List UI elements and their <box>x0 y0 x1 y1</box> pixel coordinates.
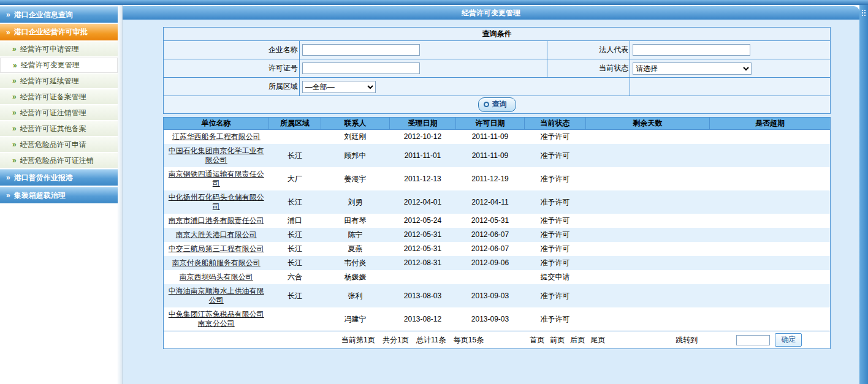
sidebar-item[interactable]: »经营许可证其他备案 <box>0 121 118 137</box>
sidebar-item-label: 经营许可申请管理 <box>20 44 79 55</box>
confirm-button[interactable]: 确定 <box>775 333 802 347</box>
contact-cell: 冯建宁 <box>321 307 390 331</box>
company-name-link[interactable]: 中交三航局第三工程有限公司 <box>169 244 264 253</box>
column-header-accept-date: 受理日期 <box>390 118 456 130</box>
legal-person-input[interactable] <box>633 44 750 56</box>
status-cell: 准予许可 <box>525 284 586 307</box>
double-arrow-icon: » <box>6 173 10 182</box>
region-cell: 长江 <box>269 144 321 167</box>
unit-name-cell: 中化扬州石化码头仓储有限公司 <box>164 190 269 214</box>
page-title: 经营许可变更管理 <box>123 6 859 20</box>
sidebar-item[interactable]: »港口企业经营许可审批 <box>0 24 118 40</box>
query-form-row: 所属区域 —全部— <box>164 78 831 96</box>
unit-name-cell: 南京市浦口港务有限责任公司 <box>164 214 269 228</box>
window-top-strip <box>0 0 868 5</box>
sidebar-item[interactable]: »港口企业信息查询 <box>0 6 118 23</box>
license-date-cell: 2011-11-09 <box>456 144 525 167</box>
sidebar-item-label: 经营许可证注销管理 <box>20 108 86 118</box>
results-table-head: 单位名称 所属区域 联系人 受理日期 许可日期 当前状态 剩余天数 是否超期 <box>164 118 831 130</box>
company-name-field-cell <box>299 41 547 59</box>
contact-cell: 田有琴 <box>321 214 390 228</box>
search-icon <box>484 102 489 107</box>
overdue-cell <box>710 144 831 167</box>
legal-person-field-cell <box>630 41 831 59</box>
query-button-cell: 查询 <box>164 96 831 114</box>
region-label: 所属区域 <box>164 78 300 96</box>
sidebar-item[interactable]: »经营许可变更管理 <box>0 58 118 73</box>
overdue-cell <box>710 256 831 270</box>
double-arrow-icon: » <box>12 45 17 53</box>
table-row: 中化扬州石化码头仓储有限公司长江刘勇2012-04-012012-04-11准予… <box>164 190 831 214</box>
search-button-label: 查询 <box>492 99 507 110</box>
company-name-link[interactable]: 中化扬州石化码头仓储有限公司 <box>169 193 264 211</box>
current-status-select[interactable]: 请选择 <box>633 62 752 75</box>
contact-cell: 夏燕 <box>321 242 390 256</box>
license-date-cell <box>456 270 525 284</box>
column-header-license-date: 许可日期 <box>456 118 525 130</box>
legal-person-label: 法人代表 <box>547 41 630 59</box>
contact-cell: 杨媛媛 <box>321 270 390 284</box>
license-date-cell: 2011-11-09 <box>456 130 525 145</box>
company-name-link[interactable]: 南京西坝码头有限公司 <box>180 273 253 281</box>
sidebar-menu: »港口企业信息查询»港口企业经营许可审批»经营许可申请管理»经营许可变更管理»经… <box>0 5 118 384</box>
first-page-link[interactable]: 首页 <box>530 335 544 345</box>
company-name-input[interactable] <box>302 44 420 56</box>
search-button[interactable]: 查询 <box>478 97 516 112</box>
region-cell <box>269 307 321 331</box>
status-cell: 准予许可 <box>525 228 586 242</box>
sidebar-item[interactable]: »经营许可证注销管理 <box>0 105 118 121</box>
table-row: 南京市浦口港务有限责任公司浦口田有琴2012-05-242012-05-31准予… <box>164 214 831 228</box>
company-name-link[interactable]: 中海油南京顺海水上供油有限公司 <box>169 287 264 304</box>
unit-name-cell: 中海油南京顺海水上供油有限公司 <box>164 284 269 307</box>
company-name-link[interactable]: 南京大胜关港口有限公司 <box>176 230 257 239</box>
license-date-cell: 2012-04-11 <box>456 190 525 214</box>
company-name-link[interactable]: 中免集团江苏免税品有限公司南京分公司 <box>169 310 264 328</box>
table-row: 南京西坝码头有限公司六合杨媛媛提交申请 <box>164 270 831 284</box>
contact-cell: 顾邦中 <box>321 144 390 167</box>
days-left-cell <box>586 228 710 242</box>
company-name-link[interactable]: 南京钢铁四通运输有限责任公司 <box>169 170 264 187</box>
region-cell: 长江 <box>269 256 321 270</box>
region-cell: 长江 <box>269 242 321 256</box>
accept-date-cell <box>390 270 456 284</box>
sidebar-item[interactable]: »经营许可证备案管理 <box>0 89 118 105</box>
last-page-link[interactable]: 尾页 <box>590 335 605 345</box>
sidebar-item[interactable]: »经营许可申请管理 <box>0 42 118 57</box>
company-name-link[interactable]: 江苏华西船务工程有限公司 <box>172 132 261 141</box>
license-no-label: 许可证号 <box>164 59 300 78</box>
unit-name-cell: 中国石化集团南京化学工业有限公司 <box>164 144 269 167</box>
license-date-cell: 2013-09-03 <box>456 307 525 331</box>
sidebar-item-label: 港口企业信息查询 <box>14 10 73 20</box>
company-name-link[interactable]: 南京市浦口港务有限责任公司 <box>169 216 264 225</box>
content-panel: 查询条件 企业名称 法人代表 <box>163 27 831 349</box>
sidebar-item[interactable]: »港口普货作业报港 <box>0 169 118 186</box>
company-name-link[interactable]: 南京付炎船舶服务有限公司 <box>172 258 261 267</box>
sidebar-item[interactable]: »经营许可延续管理 <box>0 73 118 89</box>
license-no-input[interactable] <box>302 62 420 74</box>
sidebar-splitter[interactable] <box>118 5 123 384</box>
prev-page-link[interactable]: 前页 <box>550 335 565 345</box>
unit-name-cell: 南京付炎船舶服务有限公司 <box>164 256 269 270</box>
region-cell: 长江 <box>269 228 321 242</box>
accept-date-cell: 2012-08-31 <box>390 256 456 270</box>
sidebar-item[interactable]: »集装箱超载治理 <box>0 187 118 203</box>
status-cell: 准予许可 <box>525 256 586 270</box>
status-cell: 准予许可 <box>525 167 586 190</box>
jump-page-input[interactable] <box>736 335 770 345</box>
company-name-link[interactable]: 中国石化集团南京化学工业有限公司 <box>169 146 264 164</box>
sidebar-item[interactable]: »经营危险品许可证注销 <box>0 153 118 168</box>
days-left-cell <box>586 270 710 284</box>
region-select[interactable]: —全部— <box>302 81 376 93</box>
days-left-cell <box>586 242 710 256</box>
status-cell: 准予许可 <box>525 307 586 331</box>
table-row: 江苏华西船务工程有限公司刘廷刚2012-10-122011-11-09准予许可 <box>164 130 831 145</box>
sidebar-item-label: 经营许可证备案管理 <box>20 92 86 102</box>
unit-name-cell: 南京西坝码头有限公司 <box>164 270 269 284</box>
next-page-link[interactable]: 后页 <box>570 335 585 345</box>
status-cell: 提交申请 <box>525 270 586 284</box>
days-left-cell <box>586 307 710 331</box>
sidebar-item[interactable]: »经营危险品许可申请 <box>0 137 118 152</box>
jump-to-label: 跳转到 <box>676 335 698 345</box>
license-no-field-cell <box>299 59 547 78</box>
accept-date-cell: 2012-05-31 <box>390 242 456 256</box>
